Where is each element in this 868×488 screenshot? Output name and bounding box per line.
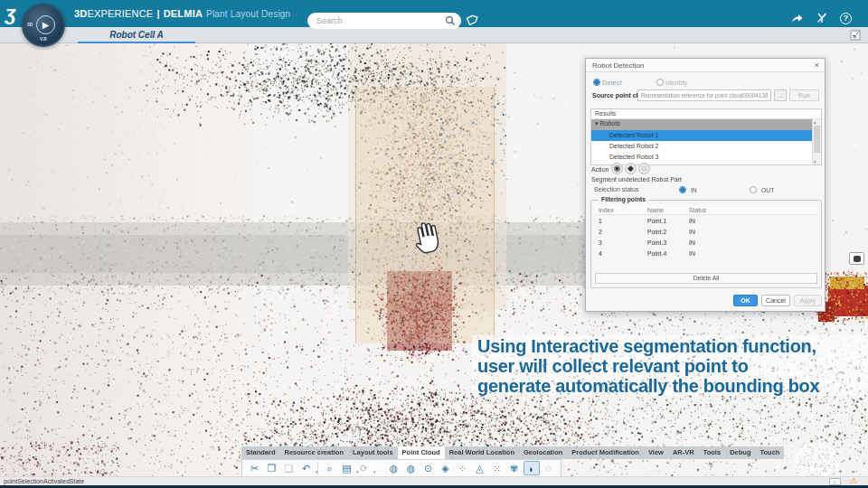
status-bar: pointSelectionActivatedState ⌕ ⚠ bbox=[0, 476, 868, 485]
action-dotted-sphere-icon[interactable]: ◌ bbox=[638, 163, 650, 174]
action-sphere-icon[interactable]: ◉ bbox=[611, 163, 623, 174]
tab-product-modification[interactable]: Product Modification bbox=[567, 446, 644, 459]
list-item-detected-robot-2[interactable]: Detected Robot 2 bbox=[591, 141, 814, 152]
cut-icon[interactable]: ✂ bbox=[247, 461, 263, 475]
caption-line: Using Interactive segmentation function, bbox=[477, 336, 868, 356]
browse-button[interactable]: ... bbox=[774, 89, 787, 101]
mesh-select-icon[interactable]: ◬ bbox=[472, 461, 488, 475]
brand-3d: 3D bbox=[74, 8, 87, 19]
dialog-title: Robot Detection bbox=[592, 61, 644, 70]
search-tool-icon[interactable]: ⌕ bbox=[322, 461, 338, 475]
cancel-button[interactable]: Cancel bbox=[761, 295, 790, 306]
point-cloud-export-icon[interactable]: ◍ bbox=[403, 461, 420, 475]
tab-ar-vr[interactable]: AR-VR bbox=[668, 446, 699, 459]
app-brand: 3DEXPERIENCE|DELMIAPlant Layout Design bbox=[74, 8, 290, 19]
paste-icon[interactable]: ❑ bbox=[281, 461, 297, 475]
search-icon[interactable] bbox=[445, 15, 456, 26]
scroll-down-icon[interactable]: ▾ bbox=[814, 159, 816, 164]
source-point-cloud-field[interactable] bbox=[637, 89, 771, 101]
panel-expander-icon[interactable]: ▷ bbox=[1, 280, 7, 289]
help-icon[interactable]: ? bbox=[840, 13, 852, 24]
search-input[interactable] bbox=[316, 14, 434, 27]
share-icon[interactable] bbox=[790, 13, 804, 24]
tab-resource-creation[interactable]: Resource creation bbox=[280, 446, 348, 459]
status-message: pointSelectionActivatedState bbox=[4, 478, 84, 484]
point-cloud-import-icon[interactable]: ◍ bbox=[386, 461, 402, 475]
tab-touch[interactable]: Touch bbox=[755, 446, 784, 459]
identify-radio[interactable] bbox=[656, 79, 664, 86]
robots-group-row[interactable]: ▾ Robots bbox=[591, 119, 814, 130]
robot-detection-icon[interactable]: ⁙ bbox=[489, 461, 505, 475]
restore-window-icon[interactable] bbox=[850, 30, 861, 41]
tab-debug[interactable]: Debug bbox=[725, 446, 755, 459]
play-icon[interactable]: ▶ bbox=[36, 15, 55, 34]
warning-icon[interactable]: ⚠ bbox=[850, 476, 857, 485]
new-tab-button[interactable]: + bbox=[145, 28, 159, 42]
tab-layout-tools[interactable]: Layout tools bbox=[348, 446, 398, 459]
compass-3d-label: 3D bbox=[27, 22, 33, 27]
action-bar-tabs: Standard Resource creation Layout tools … bbox=[241, 446, 784, 459]
undo-icon[interactable]: ↶▾ bbox=[298, 461, 315, 475]
brand-app-name: DELMIA bbox=[164, 8, 203, 19]
results-scrollbar[interactable]: ▴ ▾ bbox=[812, 119, 821, 164]
status-zoom-icon[interactable]: ⌕ bbox=[829, 478, 841, 485]
update-icon[interactable]: ⟳▾ bbox=[356, 461, 373, 475]
copy-icon[interactable]: ❐ bbox=[264, 461, 280, 475]
point-cloud-sphere-icon[interactable]: ⊙ bbox=[420, 461, 437, 475]
top-app-bar: ʒ 3DEXPERIENCE|DELMIAPlant Layout Design… bbox=[0, 0, 868, 27]
viewport-widget-icon[interactable] bbox=[849, 252, 864, 265]
list-item-detected-robot-3[interactable]: Detected Robot 3 bbox=[591, 152, 814, 163]
robot-detection-dialog: Robot Detection × Detect Identify Source… bbox=[585, 58, 826, 312]
brand-experience: EXPERIENCE bbox=[87, 8, 153, 19]
selection-status-label: Selection status bbox=[594, 186, 638, 192]
filtering-points-title: Filtering points bbox=[599, 196, 648, 202]
tab-geolocation[interactable]: Geolocation bbox=[519, 446, 567, 459]
brand-app-subtitle: Plant Layout Design bbox=[206, 9, 290, 19]
table-header-row: Index Name Status bbox=[595, 205, 817, 215]
waypoint-icon[interactable] bbox=[816, 12, 828, 24]
mesh-extract-icon[interactable]: ◈ bbox=[438, 461, 454, 475]
run-button[interactable]: Run bbox=[789, 89, 819, 101]
compass-play-logo[interactable]: ▶ 3D V.R bbox=[22, 4, 65, 47]
detect-label: Detect bbox=[602, 79, 622, 87]
tab-tools[interactable]: Tools bbox=[699, 446, 725, 459]
segmentation-bounding-box bbox=[355, 87, 495, 343]
table-row[interactable]: 2 Point.2 IN bbox=[595, 226, 817, 237]
group-caret-icon: ▾ bbox=[595, 120, 599, 127]
results-header: Results bbox=[591, 109, 821, 119]
interactive-segmentation-icon[interactable]: ◗ bbox=[524, 461, 540, 475]
table-row[interactable]: 1 Point.1 IN bbox=[595, 215, 817, 226]
detect-radio[interactable] bbox=[593, 79, 600, 86]
tab-standard[interactable]: Standard bbox=[241, 446, 280, 459]
dotted-sphere-icon[interactable]: ◌ bbox=[541, 461, 557, 475]
filtering-points-group: Filtering points Index Name Status 1 Poi… bbox=[590, 200, 822, 288]
scrollbar-thumb[interactable] bbox=[814, 126, 820, 153]
scatter-points-icon[interactable]: ⁘ bbox=[455, 461, 471, 475]
in-radio[interactable] bbox=[679, 186, 686, 193]
table-row[interactable]: 4 Point.4 IN bbox=[595, 248, 817, 258]
delete-all-button[interactable]: Delete All bbox=[595, 273, 817, 284]
tab-real-world-location[interactable]: Real World Location bbox=[445, 446, 519, 459]
action-segment-icon[interactable]: ◆ bbox=[625, 163, 637, 174]
dialog-titlebar[interactable]: Robot Detection × bbox=[586, 59, 825, 72]
apply-button[interactable]: Apply bbox=[794, 295, 822, 306]
caption-line: generate automatically the bounding box bbox=[477, 376, 868, 396]
search-bar[interactable] bbox=[307, 13, 461, 29]
close-icon[interactable]: × bbox=[815, 61, 819, 70]
table-row[interactable]: 3 Point.3 IN bbox=[595, 237, 817, 248]
brand-divider: | bbox=[156, 8, 159, 19]
scroll-up-icon[interactable]: ▴ bbox=[814, 119, 816, 125]
catalog-icon[interactable]: ▤▾ bbox=[339, 461, 355, 475]
tab-robot-cell-a[interactable]: Robot Cell A bbox=[78, 27, 195, 43]
tab-active-underline bbox=[78, 42, 195, 43]
results-panel: Results ▾ Robots Detected Robot 1 Detect… bbox=[590, 108, 822, 165]
ok-button[interactable]: OK bbox=[733, 295, 758, 306]
tab-point-cloud[interactable]: Point Cloud bbox=[398, 446, 445, 459]
out-radio[interactable] bbox=[750, 186, 757, 193]
dassault-systemes-logo: ʒ bbox=[5, 2, 16, 25]
tag-icon[interactable] bbox=[465, 14, 478, 27]
list-item-detected-robot-1[interactable]: Detected Robot 1 bbox=[591, 130, 814, 141]
segment-undetected-label: Segment undetected Robot Part bbox=[591, 176, 682, 183]
cloud-merge-icon[interactable]: ✾ bbox=[506, 461, 523, 475]
tab-view[interactable]: View bbox=[644, 446, 668, 459]
